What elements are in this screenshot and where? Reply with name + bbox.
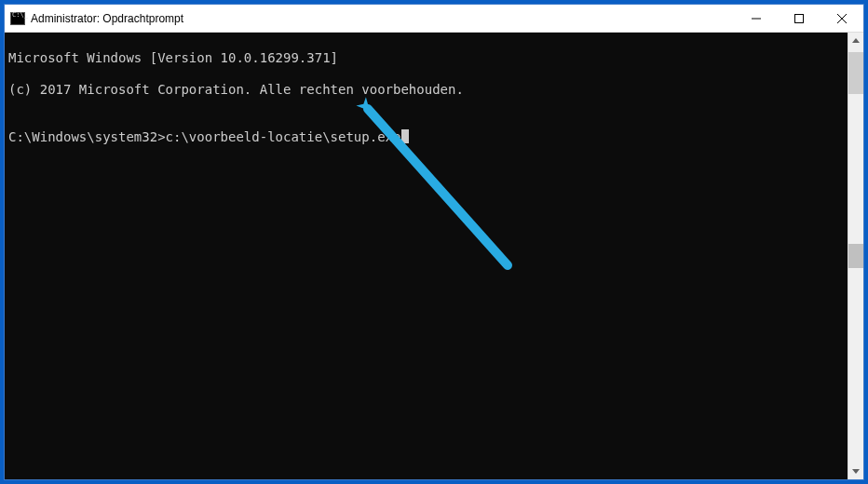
svg-marker-6	[852, 38, 860, 43]
maximize-button[interactable]	[778, 5, 821, 32]
scroll-up-button[interactable]	[848, 33, 863, 48]
text-cursor	[401, 129, 409, 143]
svg-rect-1	[795, 14, 804, 22]
scroll-track[interactable]	[848, 48, 863, 464]
vertical-scrollbar[interactable]	[848, 33, 863, 479]
prompt-path: C:\Windows\system32>	[8, 129, 166, 145]
svg-marker-7	[852, 469, 860, 474]
titlebar[interactable]: Administrator: Opdrachtprompt	[5, 5, 863, 33]
window-controls	[735, 5, 863, 32]
console-output[interactable]: Microsoft Windows [Version 10.0.16299.37…	[5, 33, 848, 479]
close-button[interactable]	[821, 5, 863, 32]
scroll-down-button[interactable]	[848, 464, 863, 479]
console-area: Microsoft Windows [Version 10.0.16299.37…	[5, 33, 863, 479]
minimize-button[interactable]	[735, 5, 778, 32]
prompt-line: C:\Windows\system32>c:\voorbeeld-locatie…	[8, 129, 844, 145]
console-line: Microsoft Windows [Version 10.0.16299.37…	[8, 50, 844, 66]
command-prompt-window: Administrator: Opdrachtprompt Microsoft …	[4, 4, 864, 480]
typed-command: c:\voorbeeld-locatie\setup.exe	[166, 129, 401, 145]
console-line: (c) 2017 Microsoft Corporation. Alle rec…	[8, 82, 844, 98]
cmd-icon	[10, 12, 25, 25]
scroll-thumb-secondary[interactable]	[848, 244, 863, 269]
annotation-arrow	[349, 88, 554, 293]
scroll-thumb[interactable]	[848, 52, 863, 94]
window-title: Administrator: Opdrachtprompt	[31, 12, 735, 25]
